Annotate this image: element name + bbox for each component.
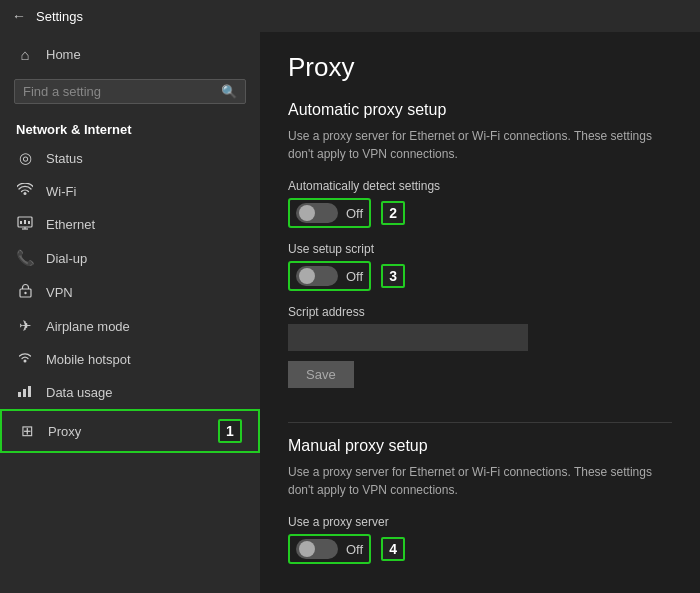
sidebar-item-dialup[interactable]: 📞 Dial-up <box>0 241 260 275</box>
svg-rect-2 <box>24 220 26 224</box>
svg-point-8 <box>24 360 27 363</box>
dialup-icon: 📞 <box>16 249 34 267</box>
hotspot-icon <box>16 351 34 368</box>
svg-rect-9 <box>18 392 21 397</box>
window-title: Settings <box>36 9 83 24</box>
sidebar-item-home[interactable]: ⌂ Home <box>0 38 260 71</box>
sidebar: ⌂ Home 🔍 Network & Internet ◎ Status <box>0 32 260 593</box>
sidebar-status-label: Status <box>46 151 83 166</box>
back-button[interactable]: ← <box>12 8 26 24</box>
setup-script-toggle-row: Off 3 <box>288 261 672 291</box>
sidebar-datausage-label: Data usage <box>46 385 113 400</box>
proxy-server-label: Use a proxy server <box>288 515 672 529</box>
setup-script-toggle-container[interactable]: Off <box>288 261 371 291</box>
proxy-server-toggle-container[interactable]: Off <box>288 534 371 564</box>
auto-detect-toggle-container[interactable]: Off <box>288 198 371 228</box>
sidebar-section-label: Network & Internet <box>0 116 260 141</box>
sidebar-proxy-label: Proxy <box>48 424 81 439</box>
sidebar-airplane-label: Airplane mode <box>46 319 130 334</box>
proxy-server-badge: 4 <box>381 537 405 561</box>
manual-section-description: Use a proxy server for Ethernet or Wi-Fi… <box>288 463 672 499</box>
proxy-server-toggle-row: Off 4 <box>288 534 672 564</box>
search-box[interactable]: 🔍 <box>14 79 246 104</box>
sidebar-wifi-label: Wi-Fi <box>46 184 76 199</box>
auto-section-title: Automatic proxy setup <box>288 101 672 119</box>
sidebar-item-vpn[interactable]: VPN <box>0 275 260 309</box>
sidebar-item-datausage[interactable]: Data usage <box>0 376 260 409</box>
proxy-badge: 1 <box>218 419 242 443</box>
setup-script-toggle[interactable] <box>296 266 338 286</box>
svg-rect-11 <box>28 386 31 397</box>
svg-point-7 <box>24 292 26 294</box>
auto-detect-toggle-row: Off 2 <box>288 198 672 228</box>
sidebar-ethernet-label: Ethernet <box>46 217 95 232</box>
main-layout: ⌂ Home 🔍 Network & Internet ◎ Status <box>0 32 700 593</box>
svg-rect-1 <box>20 221 22 224</box>
sidebar-item-airplane[interactable]: ✈ Airplane mode <box>0 309 260 343</box>
section-divider <box>288 422 672 423</box>
sidebar-item-proxy[interactable]: ⊞ Proxy 1 <box>0 409 260 453</box>
svg-rect-10 <box>23 389 26 397</box>
auto-detect-knob <box>299 205 315 221</box>
setup-script-knob <box>299 268 315 284</box>
sidebar-item-status[interactable]: ◎ Status <box>0 141 260 175</box>
home-icon: ⌂ <box>16 46 34 63</box>
setup-script-row: Use setup script Off 3 <box>288 242 672 291</box>
manual-section-title: Manual proxy setup <box>288 437 672 455</box>
auto-section-description: Use a proxy server for Ethernet or Wi-Fi… <box>288 127 672 163</box>
sidebar-hotspot-label: Mobile hotspot <box>46 352 131 367</box>
sidebar-vpn-label: VPN <box>46 285 73 300</box>
page-title: Proxy <box>288 52 672 83</box>
sidebar-item-wifi[interactable]: Wi-Fi <box>0 175 260 208</box>
auto-detect-label: Automatically detect settings <box>288 179 672 193</box>
auto-detect-row: Automatically detect settings Off 2 <box>288 179 672 228</box>
datausage-icon <box>16 384 34 401</box>
setup-script-label: Use setup script <box>288 242 672 256</box>
status-icon: ◎ <box>16 149 34 167</box>
proxy-icon: ⊞ <box>18 422 36 440</box>
sidebar-item-ethernet[interactable]: Ethernet <box>0 208 260 241</box>
svg-rect-3 <box>28 221 30 224</box>
setup-script-badge: 3 <box>381 264 405 288</box>
wifi-icon <box>16 183 34 200</box>
sidebar-dialup-label: Dial-up <box>46 251 87 266</box>
proxy-server-knob <box>299 541 315 557</box>
title-bar: ← Settings <box>0 0 700 32</box>
save-button[interactable]: Save <box>288 361 354 388</box>
search-input[interactable] <box>23 84 215 99</box>
auto-detect-toggle-label: Off <box>346 206 363 221</box>
script-address-input[interactable] <box>288 324 528 351</box>
vpn-icon <box>16 283 34 301</box>
ethernet-icon <box>16 216 34 233</box>
search-icon: 🔍 <box>221 84 237 99</box>
script-address-label: Script address <box>288 305 672 319</box>
sidebar-home-label: Home <box>46 47 81 62</box>
sidebar-item-hotspot[interactable]: Mobile hotspot <box>0 343 260 376</box>
airplane-icon: ✈ <box>16 317 34 335</box>
proxy-server-toggle-label: Off <box>346 542 363 557</box>
proxy-server-toggle[interactable] <box>296 539 338 559</box>
setup-script-toggle-label: Off <box>346 269 363 284</box>
proxy-server-row: Use a proxy server Off 4 <box>288 515 672 564</box>
auto-detect-badge: 2 <box>381 201 405 225</box>
content-area: Proxy Automatic proxy setup Use a proxy … <box>260 32 700 593</box>
auto-detect-toggle[interactable] <box>296 203 338 223</box>
